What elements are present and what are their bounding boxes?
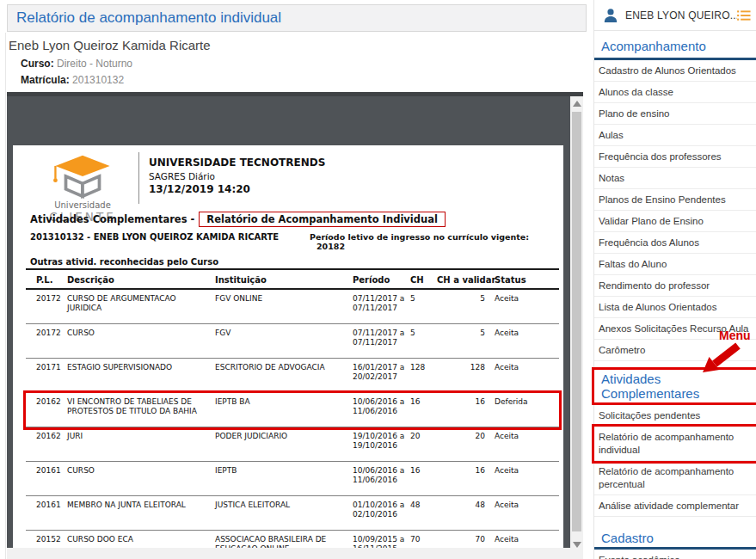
cell-ch-a-validar: 5 [437, 329, 490, 358]
cell-ch-a-validar: 5 [437, 294, 490, 323]
enrollment-value: 201310132 [72, 74, 124, 86]
sidebar-item-frequencia-dos-professores[interactable]: Frequência dos professores [594, 146, 756, 168]
table-row: 20172 CURSO FGV 07/11/2017 a 07/11/2017 … [26, 324, 559, 359]
sidebar-item-validar-plano-de-ensino[interactable]: Validar Plano de Ensino [594, 211, 756, 232]
student-course-row: Curso: Direito - Noturno [21, 58, 132, 70]
cell-ch: 48 [410, 501, 437, 530]
graduation-cap-icon [46, 154, 120, 199]
student-enrollment-row: Matrícula: 201310132 [21, 74, 124, 86]
cell-pl: 20161 [36, 501, 67, 530]
header-divider [138, 152, 139, 204]
activities-table: P.L. Descrição Instituição Período CH CH… [26, 268, 559, 552]
sidebar-item-notas[interactable]: Notas [594, 168, 756, 189]
cell-status: Aceita [490, 363, 546, 392]
report-section-label: Outras ativid. reconhecidas pelo Curso [30, 257, 218, 267]
cell-pl: 20162 [36, 397, 67, 427]
cell-descricao: JURI [67, 432, 215, 461]
cell-descricao: CURSO DE ARGUMENTACAO JURIDICA [67, 294, 215, 323]
col-header-pl: P.L. [36, 275, 67, 285]
red-arrow-down-left-icon [698, 342, 743, 375]
col-header-ch: CH [410, 275, 437, 285]
report-title-line: Atividades Complementares - Relatório de… [30, 212, 446, 227]
cell-instituicao: FGV [215, 329, 353, 358]
sidebar-item-lista-de-alunos-orientados[interactable]: Lista de Alunos Orientados [594, 297, 756, 318]
main-panel-border [5, 33, 6, 559]
sidebar-item-rendimento-do-professor[interactable]: Rendimento do professor [594, 275, 756, 297]
cell-periodo: 10/06/2016 a 11/06/2016 [353, 466, 410, 495]
sidebar-item-analise-atividade-complementar[interactable]: Análise atividade complementar [594, 495, 756, 517]
cell-instituicao: FGV ONLINE [215, 294, 353, 323]
report-datetime: 13/12/2019 14:20 [149, 183, 325, 195]
table-row: 20171 ESTAGIO SUPERVISIONADO ESCRITORIO … [26, 359, 559, 393]
menu-annotation-label: Menu [719, 329, 751, 342]
sidebar-item-planos-de-ensino-pendentes[interactable]: Planos de Ensino Pendentes [594, 189, 756, 211]
sidebar-item-faltas-do-aluno[interactable]: Faltas do Aluno [594, 254, 756, 275]
cell-status: Aceita [490, 329, 546, 358]
cell-descricao: VI ENCONTRO DE TABELIAES DE PROTESTOS DE… [67, 397, 215, 427]
sidebar-item-evento-academico[interactable]: Evento acadêmico [594, 550, 756, 559]
course-label: Curso: [21, 58, 54, 70]
cell-descricao: CURSO [67, 466, 215, 495]
cell-periodo: 10/06/2016 a 11/06/2016 [353, 397, 410, 427]
student-name: Eneb Lyon Queiroz Kamida Ricarte [9, 38, 211, 52]
cell-instituicao: JUSTICA ELEITORAL [215, 501, 353, 530]
app-window: Relatório de acompanhamento individual E… [0, 0, 756, 559]
cell-instituicao: IEPTB [215, 466, 353, 495]
viewer-horizontal-scrollbar[interactable] [7, 548, 570, 559]
user-menu[interactable]: ENEB LYON QUEIRO... [594, 0, 756, 31]
scroll-down-icon[interactable] [573, 542, 581, 548]
sidebar-item-aulas[interactable]: Aulas [594, 125, 756, 146]
university-name: UNIVERSIDADE TECNOTRENDS [149, 157, 325, 169]
viewer-vertical-scrollbar[interactable] [570, 96, 583, 559]
page-title: Relatório de acompanhamento individual [16, 9, 281, 26]
table-row-highlighted: 20162 VI ENCONTRO DE TABELIAES DE PROTES… [26, 393, 559, 427]
sidebar-item-relatorio-acompanhamento-percentual[interactable]: Relatório de acompanhamento percentual [594, 461, 756, 495]
cell-ch: 16 [410, 397, 437, 427]
cell-ch: 128 [410, 363, 437, 392]
col-header-periodo: Período [353, 275, 410, 285]
cell-descricao: CURSO [67, 329, 215, 358]
cell-ch-a-validar: 20 [437, 432, 490, 461]
course-value: Direito - Noturno [57, 58, 132, 70]
report-period-line: Período letivo de ingresso no currículo … [310, 232, 563, 251]
cell-ch: 5 [410, 294, 437, 323]
sidebar-item-frequencia-dos-alunos[interactable]: Frequência dos Alunos [594, 232, 756, 254]
sidebar-section-atividades-complementares: Atividades Complementares Solicitações p… [594, 370, 756, 517]
sidebar-item-solicitacoes-pendentes[interactable]: Solicitações pendentes [594, 405, 756, 427]
sidebar-item-cadastro-de-alunos-orientados[interactable]: Cadastro de Alunos Orientados [594, 60, 756, 82]
section-title: Acompanhamento [594, 31, 756, 58]
system-name: SAGRES Diário [149, 171, 325, 181]
cell-pl: 20162 [36, 432, 67, 461]
sidebar-section-acompanhamento: Acompanhamento Cadastro de Alunos Orient… [594, 31, 756, 361]
cell-periodo: 19/10/2016 a 19/10/2016 [353, 432, 410, 461]
report-title-highlighted: Relatório de Acompanhamento Individual [199, 212, 446, 227]
cell-periodo: 01/10/2016 a 02/10/2016 [353, 501, 410, 530]
scrollbar-thumb[interactable] [572, 112, 581, 531]
cell-pl: 20171 [36, 363, 67, 392]
scroll-up-icon[interactable] [573, 101, 581, 107]
cell-status: Deferida [490, 397, 546, 427]
table-row: 20172 CURSO DE ARGUMENTACAO JURIDICA FGV… [26, 290, 559, 324]
cell-instituicao: ESCRITORIO DE ADVOGACIA [215, 363, 353, 392]
cell-pl: 20172 [36, 329, 67, 358]
cell-instituicao: PODER JUDICIARIO [215, 432, 353, 461]
section-title: Cadastro [594, 529, 756, 547]
cell-periodo: 07/11/2017 a 07/11/2017 [353, 329, 410, 358]
report-title-prefix: Atividades Complementares - [30, 213, 194, 225]
sidebar-item-relatorio-acompanhamento-individual[interactable]: Relatório de acompanhamento individual [594, 427, 756, 461]
list-icon[interactable] [737, 9, 751, 22]
user-icon [603, 8, 618, 23]
user-name: ENEB LYON QUEIRO... [625, 9, 737, 22]
cell-ch-a-validar: 16 [437, 397, 490, 427]
cell-status: Aceita [490, 501, 546, 530]
cell-descricao: MEMBRO NA JUNTA ELEITORAL [67, 501, 215, 530]
report-header: UNIVERSIDADE TECNOTRENDS SAGRES Diário 1… [149, 157, 325, 195]
table-row: 20161 CURSO IEPTB 10/06/2016 a 11/06/201… [26, 462, 559, 496]
col-header-instituicao: Instituição [215, 275, 353, 285]
sidebar-item-alunos-da-classe[interactable]: Alunos da classe [594, 82, 756, 103]
table-row: 20162 JURI PODER JUDICIARIO 19/10/2016 a… [26, 427, 559, 462]
report-viewer: Universidade CLIENTE UNIVERSIDADE TECNOT… [7, 92, 583, 559]
period-value: 20182 [317, 242, 345, 251]
sidebar-item-plano-de-ensino[interactable]: Plano de ensino [594, 103, 756, 125]
report-page: Universidade CLIENTE UNIVERSIDADE TECNOT… [13, 145, 563, 552]
